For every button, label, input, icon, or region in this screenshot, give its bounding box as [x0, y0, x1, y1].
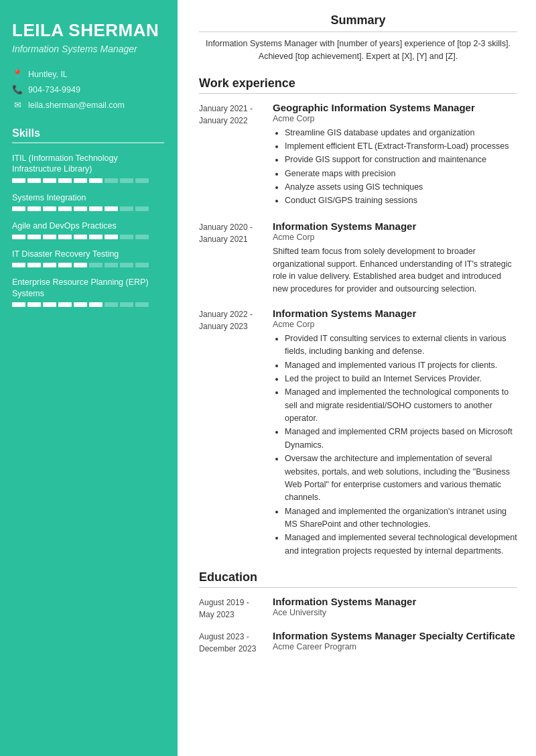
skill-segment: [120, 206, 133, 211]
job-bullet: Managed and implemented the organization…: [285, 505, 517, 531]
skill-segment: [43, 178, 56, 183]
job-bullet: Streamline GIS database updates and orga…: [285, 127, 517, 139]
job-right: Geographic Information Systems ManagerAc…: [273, 102, 517, 208]
job-bullets: Streamline GIS database updates and orga…: [273, 127, 517, 208]
jobs-container: January 2021 -January 2022Geographic Inf…: [199, 102, 517, 559]
job-dates: January 2022 -January 2023: [199, 308, 273, 558]
job-block: January 2021 -January 2022Geographic Inf…: [199, 102, 517, 208]
main-content: Summary Information Systems Manager with…: [178, 0, 536, 756]
skill-segment: [43, 206, 56, 211]
phone-icon: 📞: [12, 84, 23, 94]
skill-segment: [135, 235, 149, 239]
contact-phone: 📞 904-734-9949: [12, 84, 164, 94]
edu-right: Information Systems Manager Specialty Ce…: [273, 630, 515, 655]
skill-segment: [105, 263, 118, 267]
skill-name: Agile and DevOps Practices: [12, 220, 164, 231]
skill-item: Systems Integration: [12, 192, 164, 211]
skill-name: Enterprise Resource Planning (ERP) Syste…: [12, 277, 164, 299]
contact-list: 📍 Huntley, IL 📞 904-734-9949 ✉ leila.she…: [12, 69, 164, 110]
skill-segment: [105, 206, 118, 211]
skill-segment: [12, 206, 25, 211]
candidate-name: LEILA SHERMAN: [12, 20, 164, 41]
edu-degree: Information Systems Manager Specialty Ce…: [273, 630, 515, 641]
education-divider: [199, 587, 517, 588]
skill-segment: [89, 302, 103, 307]
job-dates: January 2020 -January 2021: [199, 220, 273, 296]
skill-segment: [89, 178, 103, 183]
skill-segment: [120, 302, 133, 307]
job-dates: January 2021 -January 2022: [199, 102, 273, 208]
skill-item: Enterprise Resource Planning (ERP) Syste…: [12, 277, 164, 307]
job-title: Information Systems Manager: [273, 308, 517, 319]
job-bullet: Led the project to build an Internet Ser…: [285, 373, 517, 385]
contact-email: ✉ leila.sherman@email.com: [12, 100, 164, 110]
skill-segment: [105, 178, 118, 183]
summary-text: Information Systems Manager with [number…: [199, 38, 517, 63]
location-icon: 📍: [12, 69, 23, 79]
skill-segment: [74, 263, 87, 267]
job-bullet: Oversaw the architecture and implementat…: [285, 452, 517, 505]
skills-header: Skills: [12, 127, 164, 143]
candidate-title: Information Systems Manager: [12, 44, 164, 54]
skill-segment: [12, 235, 25, 239]
job-bullet: Provided IT consulting services to exter…: [285, 332, 517, 359]
job-title: Information Systems Manager: [273, 220, 517, 232]
skill-bar: [12, 235, 164, 239]
skill-segment: [120, 263, 133, 267]
skill-segment: [27, 263, 41, 267]
job-title: Geographic Information Systems Manager: [273, 102, 517, 113]
skill-segment: [27, 178, 41, 183]
work-experience-divider: [199, 93, 517, 94]
skill-segment: [74, 178, 87, 183]
job-block: January 2020 -January 2021Information Sy…: [199, 220, 517, 296]
skill-segment: [43, 235, 56, 239]
job-bullet: Managed and implemented various IT proje…: [285, 359, 517, 372]
job-right: Information Systems ManagerAcme CorpShif…: [273, 220, 517, 296]
job-bullet: Conduct GIS/GPS training sessions: [285, 194, 517, 207]
job-bullet: Analyze assets using GIS techniques: [285, 181, 517, 194]
summary-divider: [199, 32, 517, 32]
skill-segment: [89, 235, 103, 239]
skill-segment: [58, 302, 72, 307]
skill-segment: [135, 263, 149, 267]
skill-bar: [12, 263, 164, 267]
job-block: January 2022 -January 2023Information Sy…: [199, 308, 517, 558]
edu-block: August 2023 -December 2023Information Sy…: [199, 630, 517, 655]
skill-segment: [135, 206, 149, 211]
contact-location: 📍 Huntley, IL: [12, 69, 164, 79]
skill-name: ITIL (Information Technology Infrastruct…: [12, 153, 164, 175]
skill-segment: [58, 263, 72, 267]
skill-bar: [12, 302, 164, 307]
skill-segment: [27, 302, 41, 307]
skill-segment: [58, 206, 72, 211]
skill-segment: [135, 178, 149, 183]
edu-degree: Information Systems Manager: [273, 596, 416, 607]
skill-item: Agile and DevOps Practices: [12, 220, 164, 239]
skill-segment: [12, 263, 25, 267]
job-company: Acme Corp: [273, 320, 517, 329]
skill-segment: [74, 206, 87, 211]
edu-dates: August 2019 -May 2023: [199, 596, 273, 621]
job-bullet: Managed and implemented several technolo…: [285, 531, 517, 558]
skill-segment: [89, 206, 103, 211]
job-company: Acme Corp: [273, 233, 517, 242]
skill-name: Systems Integration: [12, 192, 164, 203]
skill-bar: [12, 178, 164, 183]
skill-segment: [74, 235, 87, 239]
job-bullet: Implement efficient ETL (Extract-Transfo…: [285, 140, 517, 153]
education-title: Education: [199, 570, 517, 584]
skill-segment: [120, 178, 133, 183]
skill-segment: [27, 206, 41, 211]
job-bullet: Provide GIS support for construction and…: [285, 153, 517, 166]
sidebar: LEILA SHERMAN Information Systems Manage…: [0, 0, 178, 756]
skill-segment: [27, 235, 41, 239]
skill-bar: [12, 206, 164, 211]
job-company: Acme Corp: [273, 114, 517, 123]
job-desc: Shifted team focus from solely developme…: [273, 245, 517, 296]
skill-item: IT Disaster Recovery Testing: [12, 249, 164, 267]
skill-segment: [43, 302, 56, 307]
job-right: Information Systems ManagerAcme CorpProv…: [273, 308, 517, 558]
email-icon: ✉: [12, 100, 23, 110]
skill-segment: [43, 263, 56, 267]
skills-list: ITIL (Information Technology Infrastruct…: [12, 153, 164, 307]
